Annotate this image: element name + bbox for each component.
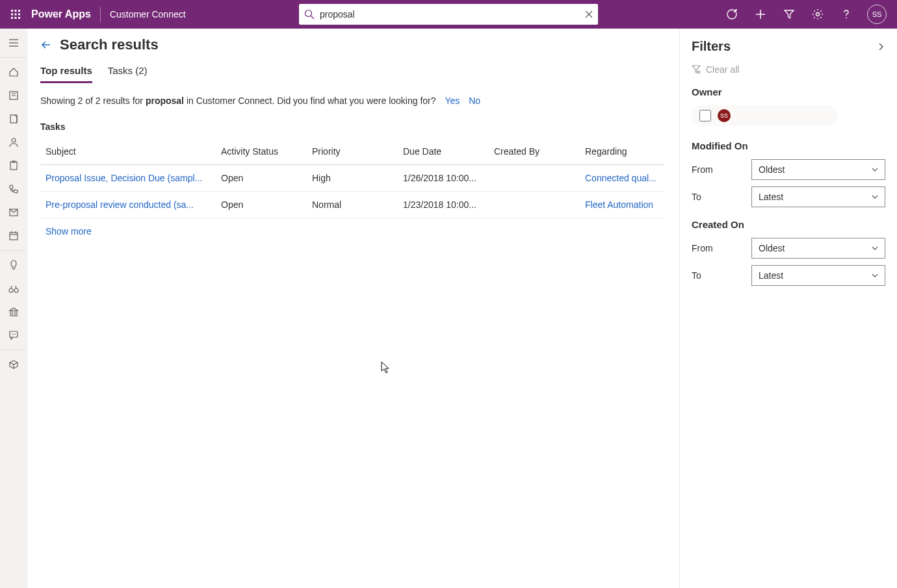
result-tabs: Top results Tasks (2) (40, 65, 666, 84)
svg-rect-6 (11, 17, 13, 19)
svg-point-26 (12, 138, 16, 142)
help-icon[interactable] (833, 0, 859, 29)
nav-item-3[interactable] (0, 107, 27, 131)
created-to-combo[interactable]: Latest (751, 265, 885, 286)
svg-rect-7 (15, 17, 17, 19)
phone-icon[interactable] (0, 177, 27, 201)
column-priority[interactable]: Priority (307, 138, 398, 165)
collapse-filters-icon[interactable] (876, 42, 885, 51)
svg-rect-5 (18, 14, 20, 16)
search-input[interactable] (320, 9, 585, 19)
modified-on-label: Modified On (692, 140, 885, 151)
chevron-down-icon (872, 272, 878, 279)
chat-icon[interactable] (0, 324, 27, 347)
task-link[interactable]: Proposal Issue, Decision Due (sampl... (46, 173, 202, 183)
results-table: Subject Activity Status Priority Due Dat… (40, 138, 664, 218)
search-box[interactable] (299, 4, 598, 25)
show-more-link[interactable]: Show more (40, 226, 92, 236)
tab-top-results[interactable]: Top results (40, 65, 92, 83)
app-launcher-icon[interactable] (5, 0, 26, 29)
page-title: Search results (60, 36, 159, 53)
clear-all-filters[interactable]: Clear all (692, 64, 885, 75)
svg-point-47 (14, 334, 15, 335)
filters-panel: Filters Clear all Owner SS Modified On F… (679, 29, 897, 588)
feedback-yes-link[interactable]: Yes (445, 96, 460, 106)
table-row[interactable]: Proposal Issue, Decision Due (sampl... O… (40, 165, 664, 192)
column-created-by[interactable]: Created By (489, 138, 580, 165)
mail-icon[interactable] (0, 201, 27, 224)
environment-name[interactable]: Customer Connect (110, 9, 186, 19)
chevron-down-icon (872, 245, 878, 251)
svg-rect-8 (18, 17, 20, 19)
feedback-no-link[interactable]: No (469, 96, 480, 106)
clipboard-icon[interactable] (0, 154, 27, 177)
modified-from-combo[interactable]: Oldest (751, 159, 885, 180)
cell-activity-status: Open (216, 192, 307, 218)
add-icon[interactable] (748, 0, 774, 29)
owner-filter-row[interactable]: SS (692, 105, 838, 126)
column-subject[interactable]: Subject (40, 138, 216, 165)
header-divider (100, 6, 101, 22)
column-activity-status[interactable]: Activity Status (216, 138, 307, 165)
svg-point-18 (846, 18, 847, 19)
home-icon[interactable] (0, 60, 27, 84)
cell-priority: High (307, 165, 398, 192)
avatar-initials: SS (872, 10, 882, 18)
content-area: Search results Top results Tasks (2) Sho… (27, 29, 679, 588)
target-icon[interactable] (719, 0, 745, 29)
svg-rect-2 (18, 10, 20, 12)
svg-point-17 (816, 13, 820, 16)
tab-tasks[interactable]: Tasks (2) (108, 65, 148, 83)
svg-line-10 (311, 16, 315, 19)
regarding-link[interactable]: Connected qual... (585, 173, 656, 183)
task-link[interactable]: Pre-proposal review conducted (sa... (46, 199, 194, 210)
hamburger-icon[interactable] (0, 31, 27, 55)
table-row[interactable]: Pre-proposal review conducted (sa... Ope… (40, 192, 664, 218)
cell-due-date: 1/26/2018 10:00... (398, 165, 489, 192)
person-icon[interactable] (0, 131, 27, 154)
modified-to-label: To (692, 192, 744, 202)
left-nav-rail (0, 29, 27, 588)
modified-from-label: From (692, 164, 744, 175)
svg-rect-4 (15, 14, 17, 16)
owner-avatar-badge: SS (718, 109, 731, 122)
app-name: Power Apps (31, 8, 91, 20)
regarding-link[interactable]: Fleet Automation (585, 199, 653, 210)
svg-line-38 (16, 286, 16, 288)
cell-priority: Normal (307, 192, 398, 218)
filter-icon[interactable] (776, 0, 802, 29)
settings-icon[interactable] (805, 0, 831, 29)
bank-icon[interactable] (0, 300, 27, 324)
calendar-icon[interactable] (0, 224, 27, 248)
cell-created-by (489, 192, 580, 218)
svg-rect-0 (11, 10, 13, 12)
binoculars-icon[interactable] (0, 277, 27, 300)
cube-icon[interactable] (0, 353, 27, 376)
modified-to-combo[interactable]: Latest (751, 186, 885, 207)
nav-item-2[interactable] (0, 84, 27, 107)
created-on-label: Created On (692, 219, 885, 230)
cell-created-by (489, 165, 580, 192)
lightbulb-icon[interactable] (0, 253, 27, 277)
svg-rect-30 (10, 233, 18, 240)
svg-point-9 (306, 10, 312, 17)
cell-due-date: 1/23/2018 10:00... (398, 192, 489, 218)
owner-checkbox[interactable] (699, 110, 711, 121)
column-due-date[interactable]: Due Date (398, 138, 489, 165)
cell-activity-status: Open (216, 165, 307, 192)
svg-rect-1 (15, 10, 17, 12)
clear-search-icon[interactable] (585, 10, 593, 18)
chevron-down-icon (872, 194, 878, 200)
chevron-down-icon (872, 166, 878, 173)
svg-point-45 (11, 334, 12, 335)
column-regarding[interactable]: Regarding (580, 138, 664, 165)
filters-title: Filters (692, 39, 731, 54)
created-from-combo[interactable]: Oldest (751, 238, 885, 259)
top-bar: Power Apps Customer Connect SS (0, 0, 897, 29)
svg-point-35 (9, 288, 13, 292)
user-avatar[interactable]: SS (867, 5, 887, 24)
result-summary: Showing 2 of 2 results for proposal in C… (40, 96, 666, 106)
back-arrow-icon[interactable] (40, 39, 52, 51)
svg-point-46 (13, 334, 14, 335)
clear-filter-icon (692, 65, 701, 74)
